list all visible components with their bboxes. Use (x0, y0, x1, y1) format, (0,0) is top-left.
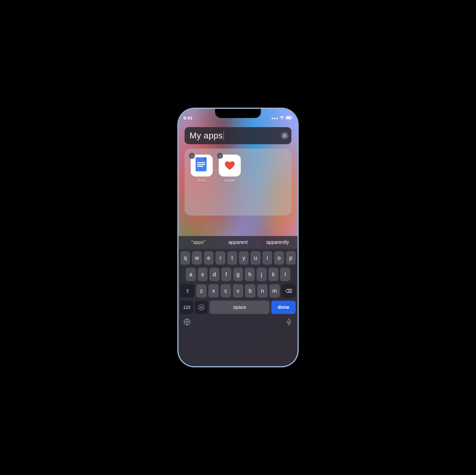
keyboard-row-2: a s d f g h j k l (180, 268, 296, 281)
svg-rect-14 (288, 319, 290, 323)
search-bar[interactable]: My apps (185, 127, 291, 144)
autocomplete-apparent[interactable]: apparent (218, 240, 258, 245)
key-g[interactable]: g (233, 268, 243, 281)
key-p[interactable]: p (286, 251, 296, 265)
notch (215, 109, 261, 118)
key-n[interactable]: n (257, 284, 268, 298)
key-c[interactable]: c (221, 284, 231, 298)
space-key[interactable]: space (210, 301, 269, 314)
key-j[interactable]: j (257, 268, 267, 281)
wifi-icon (279, 116, 284, 120)
svg-rect-2 (287, 117, 291, 119)
search-text: My apps (189, 131, 223, 141)
key-o[interactable]: o (274, 251, 284, 265)
keyboard-row-3: ⇧ z x c v b n m ⌫ (180, 284, 296, 298)
svg-rect-6 (197, 162, 205, 163)
key-q[interactable]: q (180, 251, 190, 265)
keyboard-row-1: q w e r t y u i o p (180, 251, 296, 265)
key-a[interactable]: a (186, 268, 196, 281)
docs-app-label: Docs (197, 178, 206, 183)
text-cursor (223, 131, 224, 140)
key-k[interactable]: k (269, 268, 279, 281)
numbers-key[interactable]: 123 (180, 301, 193, 314)
done-key[interactable]: done (271, 301, 296, 314)
autocomplete-apps-quoted[interactable]: "apps" (179, 240, 218, 245)
phone-screen: 9:41 ●●● (179, 109, 298, 366)
svg-point-12 (202, 306, 203, 307)
app-item-health[interactable]: − Health (219, 155, 241, 183)
key-h[interactable]: h (245, 268, 255, 281)
svg-point-10 (199, 305, 204, 310)
autocomplete-bar: "apps" apparent apparently (179, 236, 298, 249)
search-container: My apps (185, 127, 291, 144)
keyboard-row-4: 123 space done (180, 301, 296, 314)
key-u[interactable]: u (251, 251, 260, 265)
apps-row: − (191, 155, 285, 183)
key-t[interactable]: t (227, 251, 237, 265)
battery-icon (286, 116, 293, 120)
key-w[interactable]: w (192, 251, 202, 265)
autocomplete-apparently[interactable]: apparently (258, 240, 298, 245)
search-clear-button[interactable] (281, 132, 288, 139)
key-v[interactable]: v (233, 284, 243, 298)
key-i[interactable]: i (262, 251, 272, 265)
docs-icon-wrapper: − (191, 155, 213, 177)
health-icon-wrapper: − (219, 155, 241, 177)
docs-remove-badge[interactable]: − (189, 153, 195, 159)
globe-icon[interactable] (183, 318, 191, 327)
health-remove-badge[interactable]: − (217, 153, 223, 159)
svg-rect-8 (197, 166, 203, 167)
shift-key[interactable]: ⇧ (180, 284, 194, 298)
key-r[interactable]: r (215, 251, 225, 265)
delete-key[interactable]: ⌫ (282, 284, 296, 298)
svg-point-0 (282, 119, 283, 120)
status-time: 9:41 (183, 115, 193, 120)
key-m[interactable]: m (269, 284, 280, 298)
folder-area: − (185, 148, 291, 216)
microphone-icon[interactable] (285, 318, 293, 327)
health-app-label: Health (225, 178, 235, 183)
key-d[interactable]: d (209, 268, 219, 281)
status-icons: ●●● (271, 116, 293, 120)
svg-point-11 (200, 306, 201, 307)
phone-frame: 9:41 ●●● (179, 109, 298, 366)
signal-icon: ●●● (271, 116, 278, 120)
key-f[interactable]: f (221, 268, 231, 281)
svg-rect-5 (204, 157, 207, 160)
key-y[interactable]: y (239, 251, 249, 265)
key-l[interactable]: l (280, 268, 290, 281)
keyboard: q w e r t y u i o p a s d f g h j k (179, 249, 298, 366)
key-b[interactable]: b (245, 284, 255, 298)
key-x[interactable]: x (208, 284, 219, 298)
keyboard-toolbar (180, 317, 296, 330)
emoji-key[interactable] (195, 301, 208, 314)
key-z[interactable]: z (196, 284, 207, 298)
app-item-docs[interactable]: − (191, 155, 213, 183)
key-e[interactable]: e (204, 251, 214, 265)
svg-rect-7 (197, 164, 205, 165)
key-s[interactable]: s (198, 268, 208, 281)
